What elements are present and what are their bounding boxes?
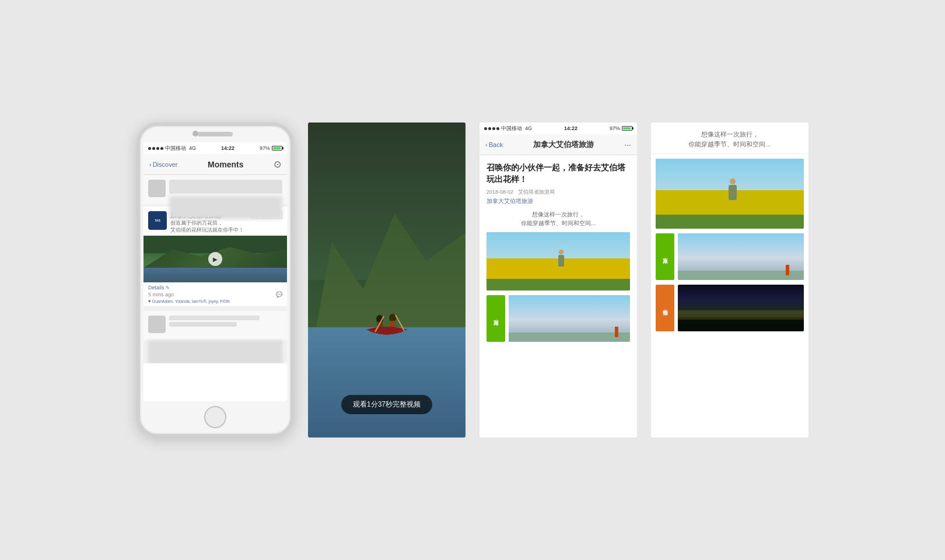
content-images: 万年冰川： 热情都市： [651, 154, 808, 438]
content-header: 想像这样一次旅行， 你能穿越季节、时间和空间... [651, 123, 808, 154]
glacier-image-right [678, 233, 804, 280]
blurred-image-row [148, 340, 282, 363]
video-scene-top [308, 123, 466, 438]
nav-title: Moments [208, 160, 243, 169]
article-back-button[interactable]: ‹ Back [485, 141, 503, 148]
city-image-right [678, 285, 804, 331]
phone-screen: 中国移动 4G 14:22 97% ‹ Discover Moments ⊙ [144, 142, 287, 401]
article-panel: 中国移动 4G 14:22 97% ‹ Back 加拿大艾伯塔旅游 ··· 召唤… [480, 123, 637, 438]
phone-nav-bar: ‹ Discover Moments ⊙ [144, 154, 287, 175]
article-hero-image [487, 232, 630, 290]
chevron-left-icon: ‹ [149, 161, 152, 168]
video-cta-button[interactable]: 观看1分37秒完整视频 [341, 395, 432, 414]
advertiser-avatar: TAS [148, 211, 167, 230]
article-title: 召唤你的小伙伴一起，准备好去艾伯塔玩出花样！ [487, 162, 630, 185]
phone-mockup: 中国移动 4G 14:22 97% ‹ Discover Moments ⊙ [136, 123, 294, 438]
likes-list: ♥ GuanAdam, Yolanda, IamYu®, joyxy, FION [148, 299, 282, 304]
status-carrier: 中国移动 4G [148, 145, 196, 152]
blurred-avatar-1 [148, 180, 166, 197]
video-player-panel[interactable]: 观看1分37秒完整视频 [308, 123, 466, 438]
scene: 中国移动 4G 14:22 97% ‹ Discover Moments ⊙ [113, 99, 832, 461]
ad-desc-1: 创造属于你的万花筒， [170, 220, 247, 227]
details-link[interactable]: Details ✎ [148, 285, 282, 290]
phone-home-button[interactable] [204, 406, 226, 428]
camera-icon[interactable]: ⊙ [274, 159, 281, 170]
article-image-grid: 万年冰川： [487, 295, 630, 342]
more-options-icon[interactable]: ··· [624, 140, 631, 149]
article-nav: ‹ Back 加拿大艾伯塔旅游 ··· [480, 134, 637, 155]
feed-video-thumbnail[interactable]: ▶ [144, 236, 287, 282]
article-body: 召唤你的小伙伴一起，准备好去艾伯塔玩出花样！ 2018-08-02 艾伯塔省旅游… [480, 155, 637, 438]
glacier-label-right: 万年冰川： [656, 233, 674, 280]
video-play-button[interactable]: ▶ [208, 252, 222, 266]
article-subtitle: 想像这样一次旅行， 你能穿越季节、时间和空间... [487, 210, 630, 228]
glacier-image [509, 295, 630, 342]
city-label-right: 热情都市： [656, 285, 674, 331]
ad-feed-item[interactable]: TAS 加拿大艾伯塔旅游 创造属于你的万花筒， 艾伯塔的花样玩法就在你手中！ S… [144, 206, 287, 306]
svg-point-2 [389, 314, 396, 322]
blurred-post-2 [144, 311, 287, 340]
content-hero-image [656, 159, 804, 229]
article-author-link[interactable]: 加拿大艾伯塔旅游 [487, 197, 630, 205]
blurred-avatar-2 [148, 316, 166, 333]
pencil-icon: ✎ [166, 285, 170, 290]
status-battery: 97% [260, 145, 282, 151]
glacier-row: 万年冰川： [656, 233, 804, 280]
article-status-bar: 中国移动 4G 14:22 97% [480, 123, 637, 134]
glacier-label: 万年冰川： [487, 295, 505, 342]
article-meta: 2018-08-02 艾伯塔省旅游局 [487, 188, 630, 196]
post-time: 5 mins ago 💬 [148, 292, 282, 298]
status-time: 14:22 [221, 145, 235, 151]
article-nav-title: 加拿大艾伯塔旅游 [533, 139, 594, 150]
blurred-post-1 [144, 175, 287, 204]
back-button[interactable]: ‹ Discover [149, 161, 177, 168]
content-panel: 想像这样一次旅行， 你能穿越季节、时间和空间... 万年冰川： [651, 123, 808, 438]
phone-status-bar: 中国移动 4G 14:22 97% [144, 142, 287, 154]
chevron-left-icon: ‹ [485, 141, 488, 148]
feed-footer: Details ✎ 5 mins ago 💬 ♥ GuanAdam, Yolan… [144, 282, 287, 306]
video-water-bg [144, 268, 287, 282]
phone-feed: TAS 加拿大艾伯塔旅游 创造属于你的万花筒， 艾伯塔的花样玩法就在你手中！ S… [144, 175, 287, 363]
city-row: 热情都市： [656, 285, 804, 331]
ad-desc-2: 艾伯塔的花样玩法就在你手中！ [170, 227, 247, 234]
